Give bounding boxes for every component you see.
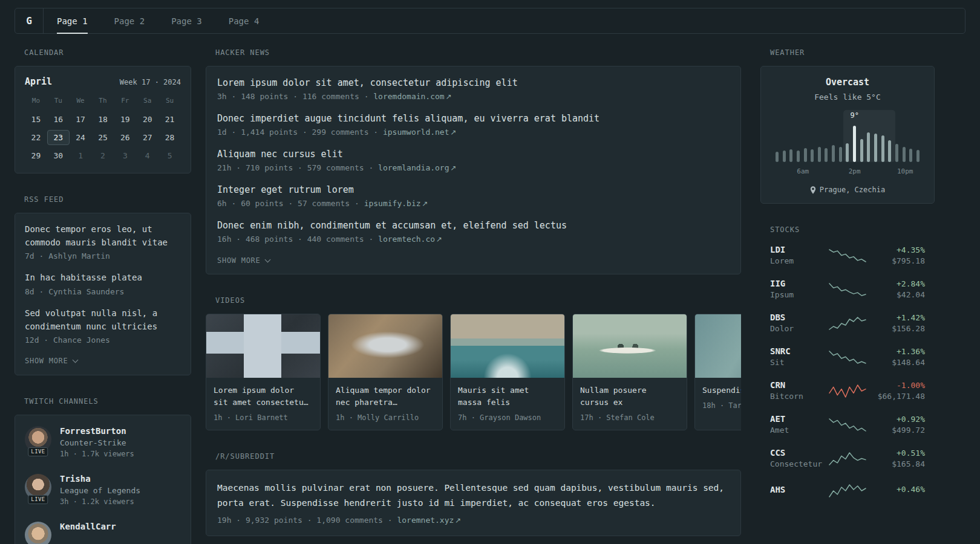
external-link-icon: ↗ (451, 164, 457, 172)
video-title: Nullam posuere cursus ex (580, 384, 679, 409)
rss-widget: RSS FEED Donec tempor eros leo, ut commo… (15, 195, 191, 375)
weather-feels-like: Feels like 5°C (769, 92, 926, 102)
app-logo[interactable]: G (15, 8, 44, 33)
rss-show-more-button[interactable]: SHOW MORE (25, 357, 77, 365)
weather-bar (783, 151, 786, 162)
hn-show-more-button[interactable]: SHOW MORE (217, 256, 270, 265)
calendar-day: 30 (47, 148, 70, 163)
weather-location: Prague, Czechia (769, 186, 926, 194)
subreddit-post-link[interactable]: Maecenas mollis pulvinar erat non posuer… (217, 481, 730, 510)
hn-item-domain-link[interactable]: ipsumify.biz (364, 199, 421, 208)
calendar-day-other-month: 1 (70, 148, 92, 163)
tab-page-3[interactable]: Page 3 (158, 8, 215, 33)
stock-row: IIG Ipsum +2.84% $42.04 (770, 279, 925, 299)
stock-symbol: AHS (770, 485, 829, 494)
stock-row: CCS Consectetur +0.51% $165.84 (770, 448, 925, 468)
hn-item-domain-link[interactable]: loremtech.co (378, 235, 435, 244)
calendar-grid: Mo Tu We Th Fr Sa Su 15 16 17 18 19 20 2… (25, 94, 181, 163)
hacker-news-card: Lorem ipsum dolor sit amet, consectetur … (206, 66, 741, 274)
weather-peak-temperature: 9° (850, 111, 858, 120)
chevron-down-icon (264, 256, 270, 262)
rss-item-link[interactable]: Sed volutpat nulla nisl, a condimentum n… (25, 307, 181, 333)
stock-symbol: AET (770, 414, 829, 424)
stock-name: Dolor (770, 324, 829, 333)
stock-row: DBS Dolor +1.42% $156.28 (770, 312, 925, 333)
calendar-header: April Week 17 · 2024 (25, 76, 181, 87)
tab-page-4[interactable]: Page 4 (215, 8, 273, 33)
weather-bar (916, 150, 920, 162)
weather-bar (832, 145, 835, 162)
calendar-week-year: Week 17 · 2024 (120, 78, 181, 86)
dashboard-page: G Page 1 Page 2 Page 3 Page 4 CALENDAR A… (0, 8, 980, 544)
video-card[interactable]: Lorem ipsum dolor sit amet consectetu… 1… (206, 314, 321, 430)
weather-time-label: 6am (797, 167, 809, 175)
hn-item-meta: 6h · 60 points · 57 comments · ipsumify.… (217, 199, 730, 208)
rss-item-link[interactable]: Donec tempor eros leo, ut commodo mauris… (25, 223, 181, 249)
weather-bar (860, 139, 863, 162)
calendar-day: 29 (25, 148, 47, 163)
show-more-label: SHOW MORE (217, 256, 261, 265)
stock-name: Sit (770, 358, 829, 367)
video-meta: 17h · Stefan Cole (580, 413, 679, 422)
hn-item-title-link[interactable]: Aliquam nec cursus elit (217, 148, 730, 161)
hn-item-title-link[interactable]: Lorem ipsum dolor sit amet, consectetur … (217, 77, 730, 89)
subreddit-card: Maecenas mollis pulvinar erat non posuer… (206, 470, 741, 536)
weather-condition: Overcast (769, 77, 926, 88)
hacker-news-widget-title: HACKER NEWS (206, 48, 741, 57)
calendar-dow: Mo (25, 94, 47, 109)
weather-bar (804, 148, 807, 162)
rss-item-link[interactable]: In hac habitasse platea (25, 271, 181, 285)
calendar-day: 27 (136, 130, 158, 145)
videos-widget-title: VIDEOS (206, 296, 741, 305)
calendar-day: 28 (158, 130, 181, 145)
weather-location-text: Prague, Czechia (820, 186, 885, 194)
tab-page-2[interactable]: Page 2 (101, 8, 158, 33)
stock-price: $499.72 (866, 426, 925, 435)
subreddit-post-meta: 19h · 9,932 points · 1,090 comments · lo… (217, 516, 730, 525)
weather-bar (789, 149, 792, 162)
video-card[interactable]: Aliquam tempor dolor nec pharetra… 1h · … (328, 314, 443, 430)
weather-bar (825, 148, 828, 162)
weather-bar (881, 135, 884, 162)
video-thumbnail (573, 314, 687, 378)
external-link-icon: ↗ (455, 516, 461, 525)
twitch-card: LIVE ForrestBurton Counter-Strike 1h · 1… (15, 415, 191, 544)
video-title: Aliquam tempor dolor nec pharetra… (336, 384, 435, 409)
calendar-day: 16 (47, 112, 70, 127)
right-column: WEATHER Overcast Feels like 5°C 9° 6am 2… (760, 48, 935, 520)
stocks-list: LDI Lorem +4.35% $795.18 IIG Ipsum (760, 245, 935, 499)
stock-price: $148.64 (866, 358, 925, 367)
stock-sparkline (829, 280, 866, 297)
hn-item-domain-link[interactable]: ipsumworld.net (383, 128, 449, 137)
hn-item-title-link[interactable]: Integer eget rutrum lorem (217, 184, 730, 196)
chevron-down-icon (72, 357, 78, 363)
calendar-dow: Fr (114, 94, 136, 109)
stock-symbol: IIG (770, 279, 829, 288)
twitch-channel-row[interactable]: LIVE Trisha League of Legends 3h · 1.2k … (25, 474, 181, 506)
hn-item-domain-link[interactable]: loremdomain.com (373, 92, 444, 101)
calendar-widget-title: CALENDAR (15, 48, 191, 57)
stock-price: $795.18 (866, 256, 925, 265)
twitch-channel-row[interactable]: KendallCarr (25, 522, 181, 544)
hn-item-meta-text: 1d · 1,414 points · 299 comments · (217, 128, 378, 137)
video-card[interactable]: Mauris sit amet massa felis 7h · Grayson… (450, 314, 565, 430)
hn-item-domain-link[interactable]: loremlandia.org (378, 163, 449, 172)
external-link-icon: ↗ (446, 92, 452, 101)
subreddit-domain-link[interactable]: loremnet.xyz (397, 516, 454, 525)
hn-item-title-link[interactable]: Donec enim nibh, condimentum et accumsan… (217, 219, 730, 232)
calendar-widget: CALENDAR April Week 17 · 2024 Mo Tu We T… (15, 48, 191, 173)
weather-bar (839, 147, 842, 162)
live-badge: LIVE (28, 495, 48, 504)
stock-price: $42.04 (866, 290, 925, 299)
hn-item-title-link[interactable]: Donec imperdiet augue tincidunt felis al… (217, 112, 730, 125)
content-area: CALENDAR April Week 17 · 2024 Mo Tu We T… (0, 34, 980, 544)
show-more-label: SHOW MORE (25, 357, 68, 365)
tab-page-1[interactable]: Page 1 (44, 8, 101, 33)
stock-row: AET Amet +0.92% $499.72 (770, 414, 925, 435)
top-navigation: G Page 1 Page 2 Page 3 Page 4 (15, 8, 965, 34)
video-thumbnail (695, 314, 741, 378)
video-card[interactable]: Nullam posuere cursus ex 17h · Stefan Co… (572, 314, 687, 430)
video-card[interactable]: Suspendis diam 18h · Tara (694, 314, 741, 430)
twitch-channel-row[interactable]: LIVE ForrestBurton Counter-Strike 1h · 1… (25, 426, 181, 458)
stock-change: +0.51% (866, 448, 925, 458)
